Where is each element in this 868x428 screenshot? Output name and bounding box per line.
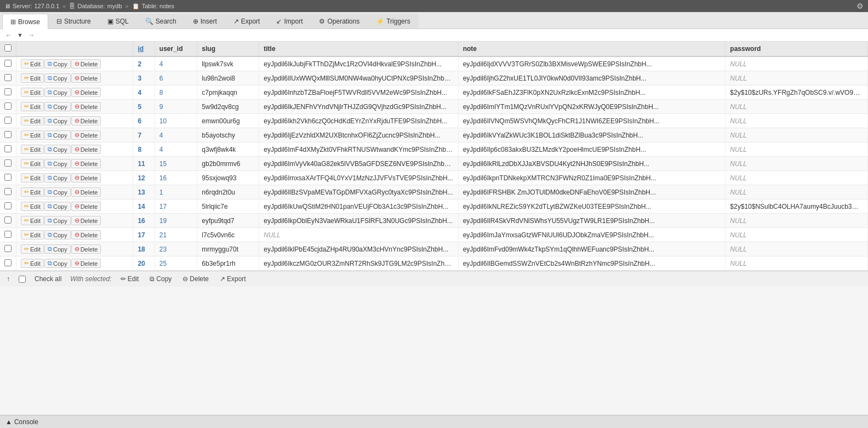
tab-browse[interactable]: ⊞ Browse <box>2 14 48 29</box>
edit-button[interactable]: ✏Edit <box>21 130 44 140</box>
tab-structure[interactable]: ⊟ Structure <box>48 14 99 28</box>
row-checkbox[interactable] <box>4 131 12 138</box>
edit-button[interactable]: ✏Edit <box>21 187 44 197</box>
tab-export[interactable]: ↗ Export <box>225 14 269 28</box>
cell-id: 12 <box>133 171 155 185</box>
tab-search[interactable]: 🔍 Search <box>137 14 185 28</box>
edit-button[interactable]: ✏Edit <box>21 216 44 225</box>
db-icon: 🗄 <box>69 3 75 9</box>
header-slug[interactable]: slug <box>197 42 259 56</box>
edit-button[interactable]: ✏Edit <box>21 173 44 182</box>
delete-button[interactable]: ⊖Delete <box>71 59 101 69</box>
edit-button[interactable]: ✏Edit <box>21 73 44 83</box>
row-actions: ✏Edit⧉Copy⊖Delete <box>16 214 133 228</box>
gear-icon[interactable]: ⚙ <box>856 2 864 10</box>
select-all-checkbox[interactable] <box>4 44 12 52</box>
delete-button[interactable]: ⊖Delete <box>71 187 101 197</box>
edit-button[interactable]: ✏Edit <box>21 59 44 69</box>
insert-icon: ⊕ <box>193 18 198 25</box>
delete-button[interactable]: ⊖Delete <box>71 145 101 154</box>
row-checkbox[interactable] <box>4 159 12 167</box>
header-user-id[interactable]: user_id <box>155 42 197 56</box>
row-checkbox[interactable] <box>4 88 12 95</box>
edit-button[interactable]: ✏Edit <box>21 244 44 254</box>
back-arrow-button[interactable]: ↑ <box>4 274 12 284</box>
row-checkbox[interactable] <box>4 231 12 238</box>
row-checkbox[interactable] <box>4 174 12 181</box>
delete-button[interactable]: ⊖Delete <box>71 259 101 268</box>
copy-button[interactable]: ⧉Copy <box>44 73 71 83</box>
delete-button[interactable]: ⊖Delete <box>71 216 101 225</box>
nav-tabs: ⊞ Browse ⊟ Structure ▣ SQL 🔍 Search ⊕ In… <box>0 12 868 29</box>
tab-import[interactable]: ↙ Import <box>268 14 311 28</box>
delete-button[interactable]: ⊖Delete <box>71 102 101 111</box>
copy-button[interactable]: ⧉Copy <box>44 244 71 254</box>
copy-button[interactable]: ⧉Copy <box>44 102 71 111</box>
copy-button[interactable]: ⧉Copy <box>44 230 71 239</box>
row-checkbox[interactable] <box>4 259 12 266</box>
delete-button[interactable]: ⊖Delete <box>71 230 101 239</box>
delete-button[interactable]: ⊖Delete <box>71 116 101 125</box>
row-checkbox[interactable] <box>4 60 12 67</box>
row-checkbox[interactable] <box>4 245 12 252</box>
edit-button[interactable]: ✏Edit <box>21 202 44 211</box>
edit-button[interactable]: ✏Edit <box>21 145 44 154</box>
copy-button[interactable]: ⧉Copy <box>44 259 71 268</box>
header-id[interactable]: id <box>133 42 155 56</box>
delete-button[interactable]: ⊖Delete <box>71 202 101 211</box>
tab-triggers[interactable]: ⚡ Triggers <box>368 14 419 28</box>
header-title[interactable]: title <box>259 42 458 56</box>
copy-button[interactable]: ⧉Copy <box>44 159 71 168</box>
sort-button[interactable]: ▼ <box>15 31 25 39</box>
tab-operations[interactable]: ⚙ Operations <box>311 14 368 28</box>
back-button[interactable]: ← <box>3 31 14 39</box>
copy-icon: ⧉ <box>48 203 52 210</box>
table-row: ✏Edit⧉Copy⊖Delete24llpswk7svkeyJpdil6IkJ… <box>0 56 868 71</box>
edit-button[interactable]: ✏Edit <box>21 88 44 97</box>
delete-button[interactable]: ⊖Delete <box>71 173 101 182</box>
copy-button[interactable]: ⧉Copy <box>44 145 71 154</box>
copy-button[interactable]: ⧉Copy <box>44 116 71 125</box>
row-checkbox[interactable] <box>4 188 12 195</box>
check-all-button[interactable]: Check all <box>32 274 64 284</box>
edit-button[interactable]: ✏Edit <box>21 116 44 125</box>
edit-button[interactable]: ✏Edit <box>21 159 44 168</box>
header-password[interactable]: password <box>726 42 868 56</box>
row-checkbox[interactable] <box>4 216 12 224</box>
edit-button[interactable]: ✏Edit <box>21 102 44 111</box>
copy-button[interactable]: ⧉Copy <box>44 187 71 197</box>
copy-button[interactable]: ⧉Copy <box>44 202 71 211</box>
copy-button[interactable]: ⧉Copy <box>44 88 71 97</box>
edit-button[interactable]: ✏Edit <box>21 259 44 268</box>
check-all-checkbox[interactable] <box>19 276 26 283</box>
copy-button[interactable]: ⧉Copy <box>44 173 71 182</box>
row-checkbox[interactable] <box>4 117 12 124</box>
copy-button[interactable]: ⧉Copy <box>44 59 71 69</box>
footer-copy-button[interactable]: ⧉ Copy <box>147 274 174 284</box>
footer-edit-button[interactable]: ✏ Edit <box>118 274 141 284</box>
footer-delete-button[interactable]: ⊖ Delete <box>180 274 211 284</box>
copy-icon: ⧉ <box>48 260 52 267</box>
footer-export-button[interactable]: ↗ Export <box>218 274 248 284</box>
cell-title: eyJpdil6Ikh2Vkh6czQ0cHdKdEYrZnYxRjduTFE9… <box>259 114 458 128</box>
cell-user-id: 1 <box>155 185 197 199</box>
cell-id: 17 <box>133 228 155 242</box>
edit-button[interactable]: ✏Edit <box>21 230 44 239</box>
copy-button[interactable]: ⧉Copy <box>44 130 71 140</box>
row-checkbox[interactable] <box>4 74 12 81</box>
forward-button[interactable]: → <box>26 31 37 39</box>
row-checkbox[interactable] <box>4 202 12 209</box>
copy-button[interactable]: ⧉Copy <box>44 216 71 225</box>
tab-insert[interactable]: ⊕ Insert <box>185 14 225 28</box>
header-note[interactable]: note <box>458 42 726 56</box>
delete-button[interactable]: ⊖Delete <box>71 244 101 254</box>
row-checkbox[interactable] <box>4 102 12 110</box>
row-checkbox[interactable] <box>4 145 12 152</box>
row-checkbox-cell <box>0 256 16 271</box>
delete-button[interactable]: ⊖Delete <box>71 73 101 83</box>
delete-button[interactable]: ⊖Delete <box>71 130 101 140</box>
delete-button[interactable]: ⊖Delete <box>71 159 101 168</box>
delete-button[interactable]: ⊖Delete <box>71 88 101 97</box>
tab-sql[interactable]: ▣ SQL <box>99 14 137 28</box>
row-actions: ✏Edit⧉Copy⊖Delete <box>16 85 133 100</box>
